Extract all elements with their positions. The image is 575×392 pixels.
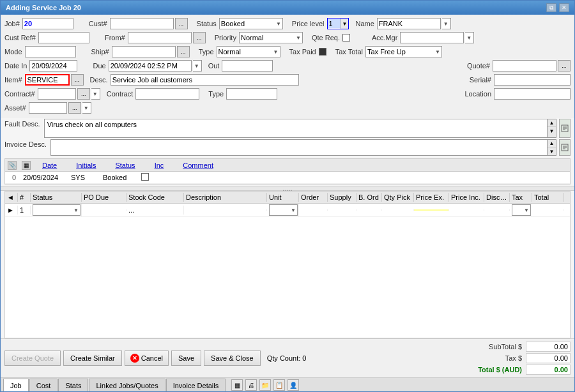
grid-col-price-inc[interactable]: Price Inc. <box>449 193 484 202</box>
date-in-input[interactable]: 20/09/2024 <box>29 60 77 72</box>
grid-col-unit[interactable]: Unit <box>267 193 299 202</box>
grid-col-tax[interactable]: Tax <box>510 193 532 202</box>
contract-num-dropdown[interactable]: ▼ <box>91 88 100 100</box>
item-input[interactable]: SERVICE <box>25 74 70 86</box>
acc-mgr-dropdown[interactable]: ▼ <box>465 32 474 43</box>
grid-cell-price-ex[interactable] <box>414 209 449 211</box>
log-col-initials[interactable]: Initials <box>76 162 96 169</box>
grid-cell-supply[interactable] <box>328 209 356 211</box>
type2-input[interactable] <box>226 88 277 100</box>
asset-dropdown[interactable]: ▼ <box>82 102 91 114</box>
tax-total-dropdown[interactable]: Tax Free Up ▼ <box>365 46 442 57</box>
grid-col-num[interactable]: # <box>18 193 31 202</box>
acc-mgr-input[interactable] <box>400 32 464 43</box>
contract-input[interactable] <box>135 88 199 100</box>
grid-row-0[interactable]: ► 1 ▼ ... ▼ <box>5 204 570 217</box>
due-dropdown[interactable]: ▼ <box>193 60 202 72</box>
invoice-action-icon[interactable] <box>559 139 571 156</box>
grid-col-qty-pick[interactable]: Qty Pick <box>382 193 414 202</box>
ship-dots-button[interactable]: ... <box>177 46 190 57</box>
log-attachment-icon[interactable]: 📎 <box>8 161 17 170</box>
priority-dropdown[interactable]: Normal ▼ <box>239 32 303 43</box>
serial-input[interactable] <box>494 74 571 86</box>
item-dots-button[interactable]: ... <box>71 74 84 86</box>
grid-cell-disc-pct[interactable] <box>484 209 510 211</box>
name-dropdown[interactable]: ▼ <box>442 18 451 29</box>
from-input[interactable] <box>128 32 192 43</box>
asset-dots[interactable]: ... <box>68 102 81 114</box>
restore-button[interactable]: ⧉ <box>546 3 556 12</box>
invoice-desc-textarea[interactable] <box>50 139 548 156</box>
log-col-comment[interactable]: Comment <box>183 162 213 169</box>
grid-col-description[interactable]: Description <box>184 193 267 202</box>
grid-cell-order[interactable] <box>299 209 328 211</box>
tab-invoice-details[interactable]: Invoice Details <box>166 379 226 391</box>
tab-icon-print[interactable]: 🖨 <box>245 379 257 391</box>
grid-cell-b-ord[interactable] <box>356 209 382 211</box>
grid-col-supply[interactable]: Supply <box>328 193 356 202</box>
unit-cell-dropdown[interactable]: ▼ <box>269 204 298 216</box>
status-cell-dropdown[interactable]: ▼ <box>33 204 80 216</box>
tab-cost[interactable]: Cost <box>29 379 58 391</box>
mode-input[interactable] <box>25 46 76 57</box>
qte-req-checkbox[interactable] <box>342 34 350 41</box>
cust-ref-input[interactable] <box>38 32 89 43</box>
cust-input[interactable] <box>110 18 174 29</box>
ship-input[interactable] <box>112 46 176 57</box>
grid-col-total[interactable]: Total <box>532 193 564 202</box>
create-similar-button[interactable]: Create Similar <box>63 351 122 366</box>
tax-cell-dropdown[interactable]: ▼ <box>512 204 531 216</box>
from-dots-button[interactable]: ... <box>193 32 206 43</box>
log-grid-icon[interactable]: ▦ <box>22 161 31 170</box>
quote-input[interactable] <box>493 60 556 72</box>
quote-dots-button[interactable]: ... <box>558 60 571 72</box>
grid-cell-tax[interactable]: ▼ <box>510 204 532 216</box>
asset-input[interactable] <box>29 102 67 114</box>
invoice-scroll-down[interactable]: ▼ <box>548 147 556 155</box>
grid-cell-po-due[interactable] <box>82 209 126 211</box>
create-quote-button[interactable]: Create Quote <box>4 351 61 366</box>
tax-paid-checkbox[interactable] <box>319 48 326 56</box>
name-input[interactable]: FRANK <box>377 18 441 29</box>
grid-col-disc-pct[interactable]: Disc % <box>484 193 510 202</box>
due-input[interactable]: 20/09/2024 02:52 PM <box>109 60 192 72</box>
log-col-inc[interactable]: Inc <box>155 162 164 169</box>
fault-scroll-up[interactable]: ▲ <box>548 119 556 127</box>
grid-col-order[interactable]: Order <box>299 193 328 202</box>
grid-cell-description[interactable] <box>184 209 267 211</box>
log-col-date[interactable]: Date <box>42 162 57 169</box>
grid-col-b-ord[interactable]: B. Ord <box>356 193 382 202</box>
tab-job[interactable]: Job <box>3 379 29 391</box>
contract-num-dots[interactable]: ... <box>77 88 90 100</box>
tab-icon-note[interactable]: 📋 <box>273 379 285 391</box>
grid-cell-unit[interactable]: ▼ <box>267 204 299 216</box>
price-level-control[interactable]: 1 ▼ <box>327 18 349 29</box>
location-input[interactable] <box>494 88 571 100</box>
grid-resize-handle[interactable]: ..... <box>1 186 574 191</box>
price-level-arrow[interactable]: ▼ <box>341 19 349 29</box>
status-dropdown[interactable]: Booked ▼ <box>219 18 283 29</box>
grid-cell-price-inc[interactable] <box>449 209 484 211</box>
grid-col-stock-code[interactable]: Stock Code <box>126 193 184 202</box>
tab-icon-folder[interactable]: 📁 <box>259 379 271 391</box>
tab-icon-person[interactable]: 👤 <box>288 379 299 391</box>
save-close-button[interactable]: Save & Close <box>204 351 261 366</box>
tab-linked-jobs[interactable]: Linked Jobs/Quotes <box>89 379 165 391</box>
type-dropdown[interactable]: Normal ▼ <box>217 46 280 57</box>
out-input[interactable] <box>222 60 273 72</box>
desc-input[interactable]: Service Job all customers <box>111 74 299 86</box>
grid-cell-stock-code[interactable]: ... <box>126 206 184 215</box>
invoice-scroll-up[interactable]: ▲ <box>548 140 556 147</box>
grid-cell-qty-pick[interactable] <box>382 209 414 211</box>
tab-icon-grid[interactable]: ▦ <box>231 379 243 391</box>
price-level-input[interactable]: 1 <box>328 19 341 28</box>
grid-cell-status[interactable]: ▼ <box>31 204 82 216</box>
log-col-status[interactable]: Status <box>115 162 135 169</box>
close-button[interactable]: ✕ <box>559 3 569 12</box>
contract-num-input[interactable] <box>38 88 76 100</box>
tab-stats[interactable]: Stats <box>58 379 88 391</box>
log-inc-checkbox[interactable] <box>141 173 149 181</box>
grid-col-status[interactable]: Status <box>31 193 82 202</box>
fault-scroll-down[interactable]: ▼ <box>548 127 556 135</box>
grid-col-price-ex[interactable]: Price Ex. <box>414 193 449 202</box>
